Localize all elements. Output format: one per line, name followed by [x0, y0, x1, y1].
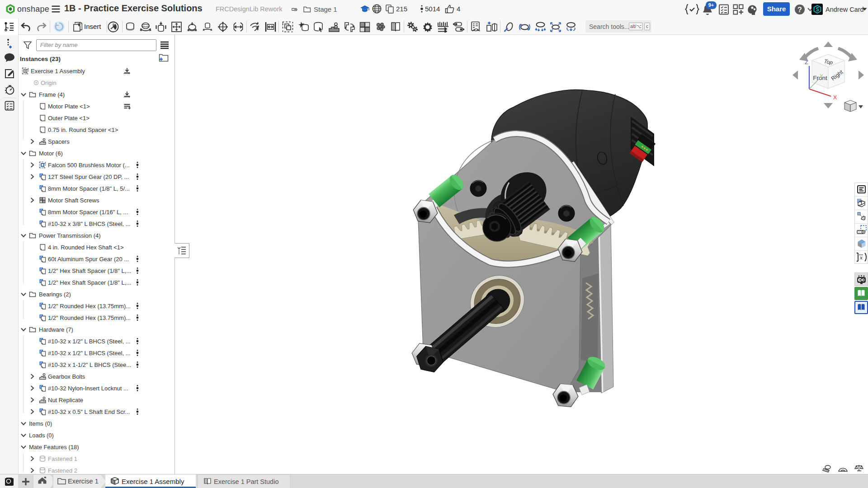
svg-text:X: X: [833, 94, 837, 101]
svg-text:Exercise 1: Exercise 1: [68, 478, 99, 485]
svg-text:Y: Y: [820, 73, 823, 79]
svg-text:Exercise 1 Part Studio: Exercise 1 Part Studio: [214, 478, 278, 485]
svg-text:?: ?: [797, 6, 802, 14]
svg-text:Exercise 1 Assembly: Exercise 1 Assembly: [122, 478, 184, 485]
